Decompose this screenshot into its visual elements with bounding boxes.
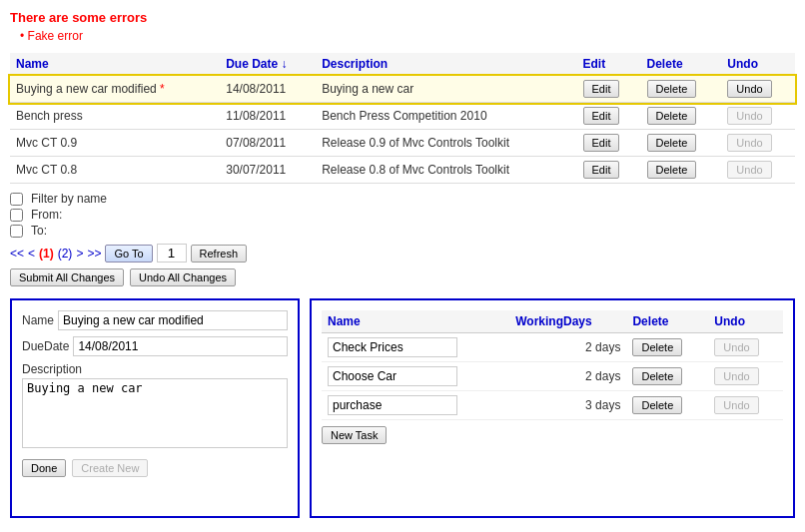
filter-to-label: To:: [31, 224, 47, 238]
row-delete-cell: Delete: [641, 76, 722, 103]
row-edit-cell: Edit: [577, 157, 641, 184]
row-due-date: 14/08/2011: [220, 76, 316, 103]
filter-from-checkbox[interactable]: [10, 209, 23, 222]
tasks-panel: Name WorkingDays Delete Undo 2 daysDelet…: [310, 298, 795, 518]
goto-button[interactable]: Go To: [105, 245, 152, 263]
refresh-button[interactable]: Refresh: [191, 245, 248, 263]
tasks-table: Name WorkingDays Delete Undo 2 daysDelet…: [322, 310, 783, 420]
row-due-date: 07/08/2011: [220, 130, 316, 157]
row-undo-cell: Undo: [721, 157, 795, 184]
undo-button[interactable]: Undo: [727, 161, 771, 179]
task-name-input[interactable]: [328, 395, 457, 415]
task-undo-button[interactable]: Undo: [714, 396, 758, 414]
tasks-header-row: Name WorkingDays Delete Undo: [322, 310, 783, 333]
task-delete-cell: Delete: [626, 362, 708, 391]
task-undo-cell: Undo: [708, 333, 783, 362]
delete-button[interactable]: Delete: [647, 80, 697, 98]
edit-panel-buttons: Done Create New: [22, 459, 288, 477]
task-delete-button[interactable]: Delete: [632, 338, 682, 356]
row-edit-cell: Edit: [577, 130, 641, 157]
row-edit-cell: Edit: [577, 103, 641, 130]
done-button[interactable]: Done: [22, 459, 66, 477]
page-first[interactable]: <<: [10, 247, 24, 261]
edit-button[interactable]: Edit: [583, 161, 620, 179]
filter-by-name-row: Filter by name: [10, 192, 795, 206]
task-name-cell: [322, 391, 509, 420]
action-buttons: Submit All Changes Undo All Changes: [10, 268, 795, 286]
task-row: 3 daysDeleteUndo: [322, 391, 783, 420]
col-due-date: Due Date ↓: [220, 53, 316, 76]
page-next[interactable]: >: [76, 247, 83, 261]
edit-button[interactable]: Edit: [583, 134, 620, 152]
task-undo-cell: Undo: [708, 362, 783, 391]
page-2[interactable]: (2): [58, 247, 73, 261]
filter-section: Filter by name From: To:: [10, 192, 795, 238]
row-name: Mvc CT 0.8: [10, 157, 220, 184]
create-new-button[interactable]: Create New: [72, 459, 148, 477]
table-row: Buying a new car modified *14/08/2011Buy…: [10, 76, 795, 103]
delete-button[interactable]: Delete: [647, 134, 697, 152]
row-delete-cell: Delete: [641, 103, 722, 130]
name-field-row: Name: [22, 310, 288, 330]
page-prev[interactable]: <: [28, 247, 35, 261]
task-delete-cell: Delete: [626, 391, 708, 420]
edit-panel: Name DueDate Description Done Create New: [10, 298, 300, 518]
task-name-input[interactable]: [328, 366, 457, 386]
task-row: 2 daysDeleteUndo: [322, 333, 783, 362]
table-row: Mvc CT 0.830/07/2011Release 0.8 of Mvc C…: [10, 157, 795, 184]
row-delete-cell: Delete: [641, 130, 722, 157]
undo-button[interactable]: Undo: [727, 134, 771, 152]
task-name-input[interactable]: [328, 337, 457, 357]
task-days-cell: 2 days: [509, 333, 626, 362]
name-field-input[interactable]: [58, 310, 288, 330]
row-name: Mvc CT 0.9: [10, 130, 220, 157]
delete-button[interactable]: Delete: [647, 107, 697, 125]
duedate-field-input[interactable]: [73, 336, 288, 356]
new-task-button[interactable]: New Task: [322, 426, 387, 444]
page-1[interactable]: (1): [39, 247, 54, 261]
sort-arrow-icon[interactable]: ↓: [282, 57, 288, 71]
row-description: Bench Press Competition 2010: [316, 103, 576, 130]
main-table: Name Due Date ↓ Description Edit Delete …: [10, 53, 795, 184]
page-input[interactable]: [157, 244, 187, 263]
task-undo-button[interactable]: Undo: [714, 338, 758, 356]
row-undo-cell: Undo: [721, 130, 795, 157]
col-edit: Edit: [577, 53, 641, 76]
task-undo-button[interactable]: Undo: [714, 367, 758, 385]
description-textarea[interactable]: [22, 378, 288, 448]
table-row: Bench press11/08/2011Bench Press Competi…: [10, 103, 795, 130]
tasks-col-undo: Undo: [708, 310, 783, 333]
row-undo-cell: Undo: [721, 103, 795, 130]
submit-all-button[interactable]: Submit All Changes: [10, 268, 124, 286]
page-last[interactable]: >>: [87, 247, 101, 261]
name-field-label: Name: [22, 313, 54, 327]
bottom-panels: Name DueDate Description Done Create New…: [10, 298, 795, 518]
task-name-cell: [322, 333, 509, 362]
row-description: Release 0.8 of Mvc Controls Toolkit: [316, 157, 576, 184]
delete-button[interactable]: Delete: [647, 161, 697, 179]
row-due-date: 30/07/2011: [220, 157, 316, 184]
tasks-col-delete: Delete: [626, 310, 708, 333]
edit-button[interactable]: Edit: [583, 107, 620, 125]
row-name: Buying a new car modified *: [10, 76, 220, 103]
task-days-cell: 3 days: [509, 391, 626, 420]
edit-button[interactable]: Edit: [583, 80, 620, 98]
filter-by-name-checkbox[interactable]: [10, 193, 23, 206]
error-list: Fake error: [10, 29, 795, 43]
duedate-field-label: DueDate: [22, 339, 69, 353]
filter-to-checkbox[interactable]: [10, 225, 23, 238]
task-delete-cell: Delete: [626, 333, 708, 362]
task-delete-button[interactable]: Delete: [632, 396, 682, 414]
row-edit-cell: Edit: [577, 76, 641, 103]
undo-all-button[interactable]: Undo All Changes: [130, 268, 236, 286]
col-name: Name: [10, 53, 220, 76]
row-undo-cell: Undo: [721, 76, 795, 103]
row-name: Bench press: [10, 103, 220, 130]
undo-button[interactable]: Undo: [727, 107, 771, 125]
tasks-col-name: Name: [322, 310, 509, 333]
task-row: 2 daysDeleteUndo: [322, 362, 783, 391]
filter-from-row: From:: [10, 208, 795, 222]
task-delete-button[interactable]: Delete: [632, 367, 682, 385]
row-delete-cell: Delete: [641, 157, 722, 184]
undo-button[interactable]: Undo: [727, 80, 771, 98]
